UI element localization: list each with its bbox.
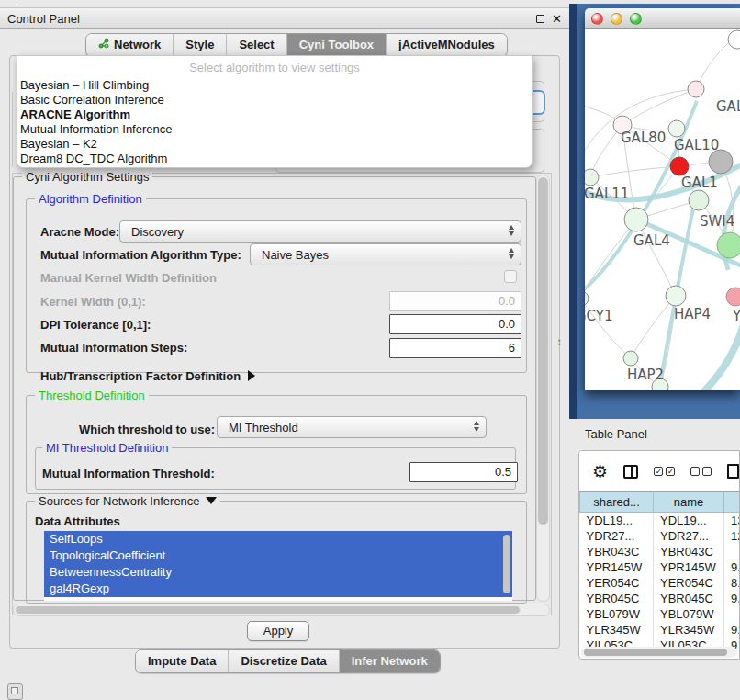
network-node-swi4[interactable] (689, 190, 709, 210)
table-row[interactable]: YBR045CYBR045C9. (580, 591, 740, 606)
close-panel-icon[interactable]: ✕ (552, 13, 562, 25)
tab-discretize-data[interactable]: Discretize Data (229, 650, 339, 672)
kernel-width-input[interactable]: 0.0 (389, 291, 521, 311)
algorithm-option[interactable]: Dream8 DC_TDC Algorithm (17, 152, 532, 166)
table-cell[interactable] (724, 606, 740, 622)
table-horizontal-scrollbar[interactable] (581, 647, 737, 658)
tab-jactivemnodules[interactable]: jActiveMNodules (387, 34, 507, 56)
table-column-header[interactable] (724, 492, 740, 513)
table-cell[interactable]: 8. (724, 575, 740, 591)
tab-impute-data[interactable]: Impute Data (136, 650, 229, 672)
tab-network[interactable]: Network (86, 34, 174, 56)
table-row[interactable]: YLR345WYLR345W9. (580, 622, 740, 638)
table-cell[interactable]: YLR345W (580, 622, 654, 638)
mi-threshold-input[interactable]: 0.5 (409, 462, 518, 482)
network-edge[interactable] (702, 322, 740, 390)
table-row[interactable]: YDR27...YDR27...12 (580, 528, 740, 544)
tab-infer-network[interactable]: Infer Network (340, 650, 440, 672)
table-column-header[interactable]: shared... (580, 492, 654, 513)
network-node[interactable] (728, 30, 740, 49)
table-cell[interactable]: YPR145W (654, 559, 724, 575)
table-cell[interactable]: YBR045C (580, 591, 654, 606)
attribute-list-item[interactable]: BetweennessCentrality (44, 564, 512, 581)
network-node-gal11[interactable] (585, 169, 599, 186)
network-node-gcy1[interactable] (585, 291, 589, 306)
table-cell[interactable]: YBL079W (654, 606, 724, 622)
algorithm-option[interactable]: Bayesian – Hill Climbing (17, 78, 532, 93)
table-cell[interactable]: 9. (724, 559, 740, 575)
table-settings-gear-icon[interactable]: ⚙ (592, 463, 608, 480)
dpi-tolerance-input[interactable]: 0.0 (389, 314, 521, 334)
attribute-list-item[interactable]: gal4RGexp (44, 581, 512, 597)
network-window-titlebar[interactable] (585, 8, 740, 29)
algorithm-option[interactable]: Mutual Information Inference (17, 122, 532, 137)
algorithm-option[interactable]: Bayesian – K2 (17, 137, 532, 152)
mi-steps-input[interactable]: 6 (389, 338, 521, 358)
hub-definition-toggle[interactable]: Hub/Transcription Factor Definition (40, 369, 255, 383)
data-attributes-list[interactable]: SelfLoopsTopologicalCoefficientBetweenne… (44, 531, 512, 601)
network-edge[interactable] (636, 220, 676, 296)
table-cell[interactable]: YBR043C (654, 544, 724, 559)
settings-vertical-scrollbar-thumb[interactable] (538, 177, 548, 525)
tab-style[interactable]: Style (174, 34, 227, 56)
table-row[interactable]: YDL19...YDL19...13 (580, 513, 740, 528)
network-node-hap4[interactable] (666, 286, 686, 306)
zoom-window-icon[interactable] (630, 13, 642, 25)
network-node-y[interactable] (726, 288, 740, 306)
table-cell[interactable]: YDR27... (580, 528, 654, 544)
table-horizontal-scrollbar-thumb[interactable] (584, 649, 727, 656)
table-cell[interactable]: YER054C (580, 575, 654, 591)
table-cell[interactable]: YDL19... (580, 513, 654, 528)
table-cell[interactable] (724, 544, 740, 559)
dock-panel-button[interactable] (7, 683, 23, 700)
deselect-all-checkboxes-icon[interactable] (690, 467, 712, 476)
close-window-icon[interactable] (591, 13, 603, 25)
table-cell[interactable]: YBR045C (654, 591, 724, 606)
node-table[interactable]: shared...name YDL19...YDL19...13YDR27...… (579, 491, 740, 653)
select-all-checkboxes-icon[interactable]: ✓✓ (654, 467, 675, 476)
network-canvas[interactable]: GALGAL80GAL10GAL1GAL11SWI4GAL4GCY1HAP4YH… (585, 29, 740, 390)
table-column-header[interactable]: name (654, 492, 724, 513)
table-row[interactable]: YBL079WYBL079W (580, 606, 740, 622)
network-edge[interactable] (622, 89, 696, 125)
which-threshold-select[interactable]: MI Threshold (217, 416, 487, 438)
mi-algorithm-type-select[interactable]: Naive Bayes (250, 243, 521, 265)
network-node[interactable] (717, 232, 740, 258)
attribute-list-item[interactable]: SelfLoops (44, 531, 512, 548)
table-cell[interactable]: 9. (724, 591, 740, 606)
apply-button[interactable]: Apply (247, 621, 309, 641)
table-cell[interactable]: 9. (724, 622, 740, 638)
table-cell[interactable]: 13 (724, 513, 740, 528)
table-cell[interactable]: YBL079W (580, 606, 654, 622)
table-cell[interactable]: 12 (724, 528, 740, 544)
sources-toggle[interactable]: Sources for Network Inference (35, 495, 220, 507)
network-node-gal4[interactable] (624, 208, 648, 231)
table-cell[interactable]: YLR345W (654, 622, 724, 638)
algorithm-option[interactable]: ARACNE Algorithm (17, 107, 532, 122)
network-node-gal1[interactable] (670, 157, 689, 175)
minimize-window-icon[interactable] (611, 13, 622, 25)
aracne-mode-select[interactable]: Discovery (119, 220, 521, 243)
table-cell[interactable]: YDR27... (654, 528, 724, 544)
table-row[interactable]: YPR145WYPR145W9. (580, 559, 740, 575)
settings-horizontal-scrollbar-thumb[interactable] (16, 606, 520, 614)
tab-cyni-toolbox[interactable]: Cyni Toolbox (287, 34, 387, 56)
float-panel-icon[interactable] (536, 15, 544, 23)
attribute-list-item[interactable]: TopologicalCoefficient (44, 548, 512, 564)
manual-kernel-width-checkbox[interactable] (504, 270, 517, 283)
network-node-hap2[interactable] (623, 351, 638, 366)
table-cell[interactable]: YDL19... (654, 513, 724, 528)
algorithm-option[interactable]: Basic Correlation Inference (17, 93, 532, 107)
network-node-gal[interactable] (688, 81, 704, 97)
column-layout-icon[interactable] (623, 465, 638, 479)
table-row[interactable]: YBR043CYBR043C (580, 544, 740, 559)
network-node-gal10[interactable] (668, 120, 685, 137)
table-cell[interactable]: YPR145W (580, 559, 654, 575)
table-row[interactable]: YER054CYER054C8. (580, 575, 740, 591)
table-cell[interactable]: YER054C (654, 575, 724, 591)
attribute-list-scrollbar[interactable] (503, 535, 510, 593)
export-table-icon[interactable] (727, 464, 739, 479)
panel-splitter-handle[interactable]: ▪▪ (558, 339, 564, 347)
tab-select[interactable]: Select (227, 34, 286, 56)
table-cell[interactable]: YBR043C (580, 544, 654, 559)
